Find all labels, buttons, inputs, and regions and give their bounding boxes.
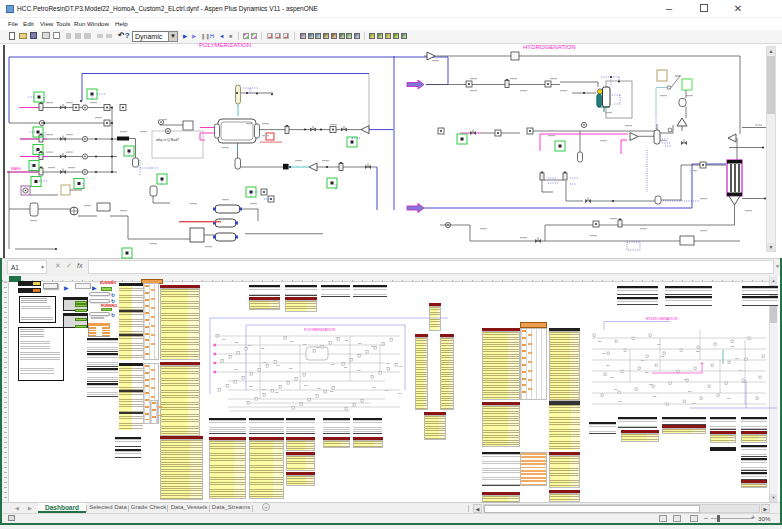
svg-text:POLYMERIZATION: POLYMERIZATION — [304, 328, 336, 332]
svg-text:HYDROGENATION: HYDROGENATION — [646, 317, 678, 321]
svg-text:why is Q Bad?: why is Q Bad? — [156, 138, 179, 142]
svg-text:POLYMERIZATION: POLYMERIZATION — [199, 42, 251, 48]
svg-text:MAKE: MAKE — [11, 167, 22, 171]
svg-text:HYDROGENATION: HYDROGENATION — [523, 44, 576, 50]
